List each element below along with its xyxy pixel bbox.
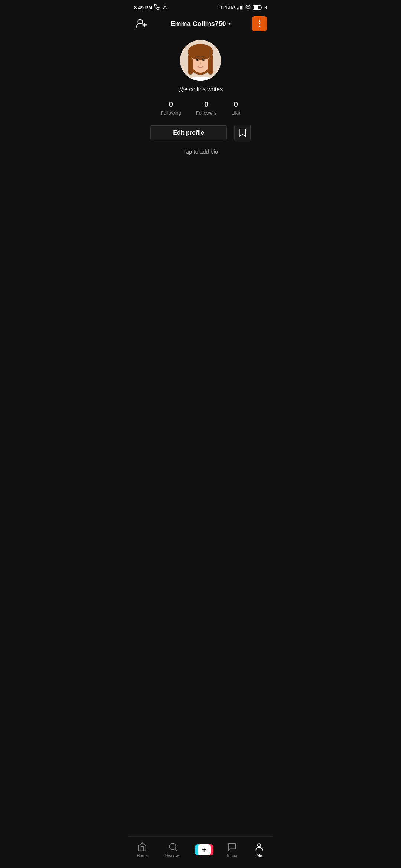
avatar-image <box>180 40 221 81</box>
svg-rect-4 <box>242 5 243 9</box>
actions-row: Edit profile <box>136 125 265 141</box>
following-stat[interactable]: 0 Following <box>161 100 181 116</box>
following-label: Following <box>161 110 181 116</box>
chevron-down-icon: ▾ <box>228 21 231 26</box>
phone-icon <box>154 4 160 10</box>
add-user-button[interactable] <box>134 17 149 31</box>
followers-count: 0 <box>204 100 208 109</box>
edit-profile-button[interactable]: Edit profile <box>150 125 227 140</box>
svg-rect-14 <box>208 58 213 75</box>
svg-point-15 <box>196 59 199 61</box>
svg-rect-19 <box>191 77 210 81</box>
top-nav: Emma Collins750 ▾ <box>128 13 273 34</box>
network-speed: 11.7KB/s <box>218 5 236 10</box>
svg-rect-3 <box>241 6 242 9</box>
stats-row: 0 Following 0 Followers 0 Like <box>136 100 265 116</box>
status-left: 8:49 PM ⚠ <box>134 4 167 10</box>
battery-level: 39 <box>263 5 267 10</box>
bookmark-button[interactable] <box>234 125 251 141</box>
avatar <box>180 40 221 81</box>
svg-rect-2 <box>240 6 241 10</box>
status-bar: 8:49 PM ⚠ 11.7KB/s 39 <box>128 0 273 13</box>
profile-section: @e.collins.writes 0 Following 0 Follower… <box>128 34 273 164</box>
signal-icon <box>237 5 243 10</box>
time: 8:49 PM <box>134 5 152 10</box>
warning-icon: ⚠ <box>163 5 167 10</box>
add-user-icon <box>136 18 147 29</box>
three-dots-icon <box>259 20 260 27</box>
svg-rect-1 <box>238 7 239 9</box>
svg-point-12 <box>188 44 213 60</box>
svg-point-18 <box>204 59 205 60</box>
battery-icon <box>253 5 261 10</box>
main-content: @e.collins.writes 0 Following 0 Follower… <box>128 34 273 208</box>
likes-stat[interactable]: 0 Like <box>231 100 240 116</box>
likes-count: 0 <box>234 100 238 109</box>
svg-point-16 <box>202 59 205 61</box>
more-options-button[interactable] <box>252 16 267 31</box>
bio-placeholder[interactable]: Tap to add bio <box>183 148 218 155</box>
username-dropdown-button[interactable]: Emma Collins750 ▾ <box>170 20 230 28</box>
followers-stat[interactable]: 0 Followers <box>196 100 217 116</box>
followers-label: Followers <box>196 110 217 116</box>
user-handle: @e.collins.writes <box>178 86 223 93</box>
svg-rect-0 <box>237 8 238 10</box>
following-count: 0 <box>169 100 173 109</box>
svg-rect-13 <box>188 58 193 75</box>
username-text: Emma Collins750 <box>170 20 226 28</box>
svg-point-5 <box>248 9 248 10</box>
likes-label: Like <box>231 110 240 116</box>
bookmark-icon <box>238 128 247 137</box>
wifi-icon <box>245 5 251 10</box>
status-right: 11.7KB/s 39 <box>218 5 267 10</box>
svg-point-17 <box>198 59 199 60</box>
